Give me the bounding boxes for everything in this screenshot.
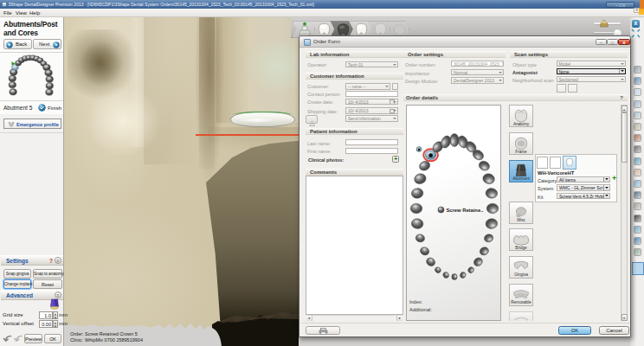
svg-text:Additional:: Additional: — [409, 307, 432, 312]
svg-text:Index:: Index: — [409, 299, 422, 304]
svg-text:Screw Retaine..: Screw Retaine.. — [446, 208, 483, 213]
